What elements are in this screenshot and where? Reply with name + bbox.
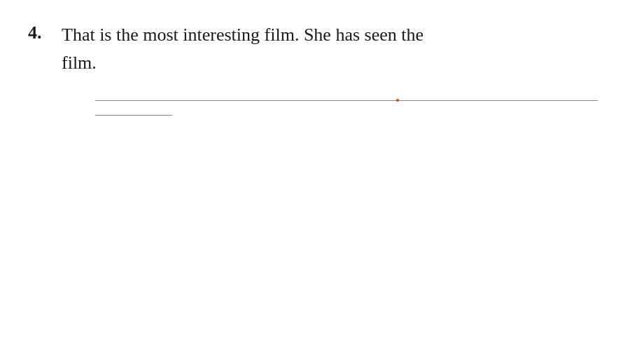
- question-text: That is the most interesting film. She h…: [62, 21, 616, 78]
- question-block: 4. That is the most interesting film. Sh…: [28, 21, 616, 78]
- question-text-line2: film.: [62, 53, 97, 73]
- cursor-dot: [396, 99, 399, 102]
- question-number: 4.: [28, 21, 62, 43]
- question-text-line1: That is the most interesting film. She h…: [62, 25, 424, 45]
- answer-line-full[interactable]: [95, 100, 598, 101]
- page-container: 4. That is the most interesting film. Sh…: [0, 0, 644, 363]
- answer-line-short[interactable]: [95, 115, 172, 116]
